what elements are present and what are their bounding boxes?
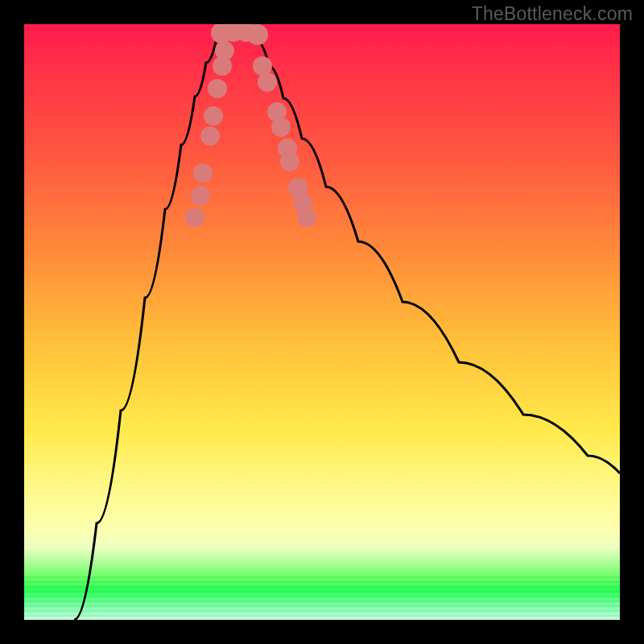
watermark-text: TheBottleneck.com [472,3,633,25]
green-band-stripes [24,573,620,620]
plot-area [24,24,620,620]
background-gradient [24,24,620,620]
